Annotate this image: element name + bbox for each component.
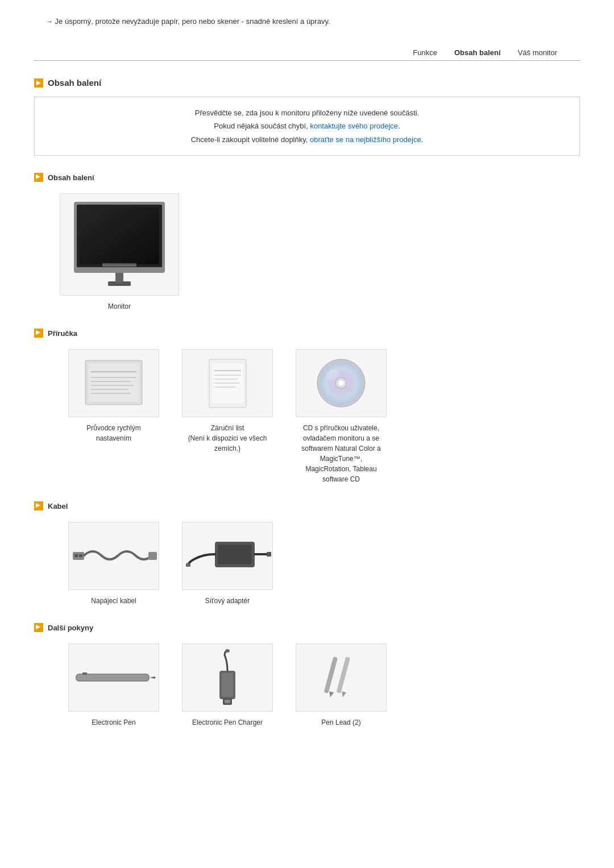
- svg-rect-38: [148, 552, 157, 560]
- link-prodejce[interactable]: kontaktujte svého prodejce: [310, 122, 398, 130]
- svg-rect-36: [74, 554, 78, 557]
- link-nejblizsi[interactable]: obraťte se na nejbližšího prodejce: [310, 135, 421, 144]
- subsection-icon-4: [34, 623, 43, 632]
- svg-rect-41: [186, 563, 190, 567]
- svg-marker-55: [327, 691, 333, 698]
- monitor-item: Monitor: [68, 193, 171, 312]
- svg-point-31: [338, 380, 344, 386]
- electronic-pen-charger-label: Electronic Pen Charger: [192, 717, 263, 728]
- svg-rect-14: [88, 363, 139, 402]
- cd-image: [296, 349, 387, 417]
- subsection4-title-label: Další pokyny: [48, 624, 93, 632]
- nav-bar: Funkce Obsah balení Váš monitor: [34, 48, 580, 61]
- warranty-image: [182, 349, 273, 417]
- svg-point-53: [225, 649, 230, 653]
- power-cable-label: Napájecí kabel: [91, 596, 136, 606]
- subsection1-title-label: Obsah balení: [48, 173, 94, 182]
- info-box: Přesvědčte se, zda jsou k monitoru přilo…: [34, 97, 580, 156]
- adapter-item: Síťový adaptér: [182, 522, 273, 606]
- pen-lead-label: Pen Lead (2): [321, 717, 360, 728]
- subsection-icon-1: [34, 173, 43, 182]
- svg-marker-47: [150, 676, 155, 679]
- svg-rect-48: [82, 672, 87, 675]
- dalsi-items-row: Electronic Pen: [68, 643, 580, 728]
- subsection-prirucka: Příručka Průvodce rychlý: [34, 329, 580, 484]
- svg-rect-56: [336, 657, 350, 693]
- svg-rect-42: [267, 552, 271, 556]
- nav-item-monitor[interactable]: Váš monitor: [518, 48, 557, 57]
- info-line3: Chcete-li zakoupit volitelné doplňky, ob…: [52, 133, 562, 146]
- power-cable-image: [68, 522, 159, 590]
- section-icon: [34, 78, 43, 88]
- subsection-kabel-title: Kabel: [34, 501, 580, 510]
- svg-rect-40: [218, 545, 252, 564]
- quick-guide-label: Průvodce rychlýmnastavením: [86, 423, 140, 443]
- intro-text: → Je úsporný, protože nevyžaduje papír, …: [34, 17, 580, 26]
- subsection-kabel: Kabel Napájecí kabel: [34, 501, 580, 606]
- quick-guide-item: Průvodce rychlýmnastavením: [68, 349, 159, 443]
- nav-item-funkce[interactable]: Funkce: [413, 48, 437, 57]
- electronic-pen-charger-image: [182, 643, 273, 712]
- pen-lead-item: Pen Lead (2): [296, 643, 387, 728]
- prirucka-items-row: Průvodce rychlýmnastavením Záruční list(: [68, 349, 580, 484]
- electronic-pen-item: Electronic Pen: [68, 643, 159, 728]
- subsection-obsah-baleni: Obsah balení: [34, 173, 580, 312]
- quick-guide-image: [68, 349, 159, 417]
- nav-item-obsah[interactable]: Obsah balení: [454, 48, 501, 57]
- monitor-image: [60, 193, 179, 296]
- info-line1: Přesvědčte se, zda jsou k monitoru přilo…: [52, 106, 562, 119]
- svg-rect-37: [79, 554, 82, 557]
- warranty-item: Záruční list(Není k dispozici ve všechze…: [182, 349, 273, 454]
- subsection-obsah-title: Obsah balení: [34, 173, 580, 182]
- warranty-label: Záruční list(Není k dispozici ve všechze…: [188, 423, 267, 454]
- section-title-label: Obsah balení: [48, 78, 101, 88]
- svg-rect-46: [77, 675, 148, 680]
- svg-rect-10: [80, 207, 159, 264]
- subsection3-title-label: Kabel: [48, 502, 68, 510]
- electronic-pen-charger-item: Electronic Pen Charger: [182, 643, 273, 728]
- adapter-label: Síťový adaptér: [205, 596, 250, 606]
- electronic-pen-label: Electronic Pen: [92, 717, 135, 728]
- subsection-prirucka-title: Příručka: [34, 329, 580, 338]
- monitor-label: Monitor: [108, 301, 131, 312]
- adapter-image: [182, 522, 273, 590]
- info-line2: Pokud nějaká součást chybí, kontaktujte …: [52, 119, 562, 132]
- subsection-dalsi-title: Další pokyny: [34, 623, 580, 632]
- subsection-dalsi: Další pokyny Electronic Pen: [34, 623, 580, 728]
- svg-rect-50: [222, 673, 233, 697]
- subsection-icon-2: [34, 329, 43, 338]
- main-section-title: Obsah balení: [34, 78, 580, 88]
- obsah-items-row: Monitor: [68, 193, 580, 312]
- pen-lead-image: [296, 643, 387, 712]
- cd-label: CD s příručkou uživatele,ovladačem monit…: [301, 423, 380, 484]
- cd-item: CD s příručkou uživatele,ovladačem monit…: [296, 349, 387, 484]
- svg-rect-52: [225, 700, 230, 703]
- electronic-pen-image: [68, 643, 159, 712]
- subsection-icon-3: [34, 501, 43, 510]
- kabel-items-row: Napájecí kabel: [68, 522, 580, 606]
- svg-rect-54: [323, 657, 338, 693]
- power-cable-item: Napájecí kabel: [68, 522, 159, 606]
- svg-marker-57: [340, 691, 346, 698]
- subsection2-title-label: Příručka: [48, 329, 77, 338]
